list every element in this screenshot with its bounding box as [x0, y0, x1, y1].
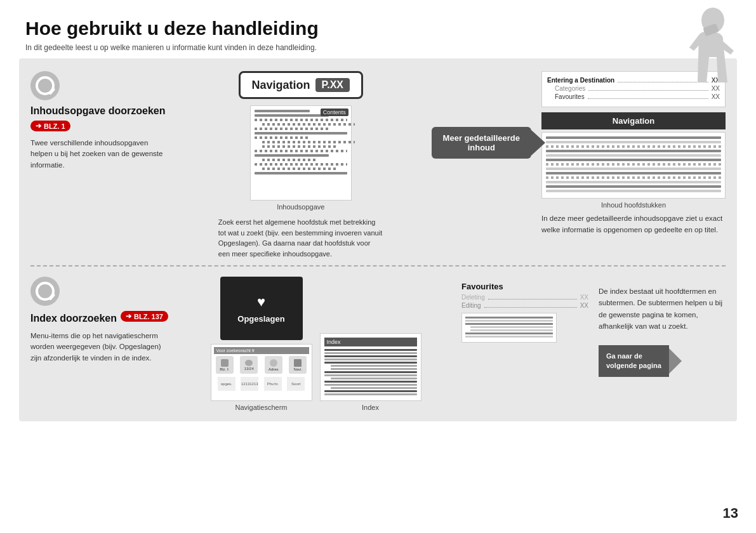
next-page-container[interactable]: Ga naar de volgende pagina	[599, 345, 726, 378]
arrow-container: Meer gedetailleerde inhoud	[432, 71, 531, 164]
section1-left: Inhoudsopgave doorzoeken BLZ. 1 Twee ver…	[30, 71, 170, 171]
section2-title-row: Index doorzoeken BLZ. 137	[30, 311, 170, 328]
bottom-images-row: ♥ Opgeslagen Voor zoekeoracht fr Blz. f.	[211, 277, 421, 411]
nav-icon-8: Soort	[287, 377, 305, 391]
nav-icon-2: 13/24	[240, 356, 258, 374]
toc-line	[262, 141, 355, 143]
chapter-content	[541, 132, 726, 199]
toc-line	[255, 172, 347, 174]
section2-title: Index doorzoeken	[30, 313, 117, 324]
index-preview	[461, 313, 557, 343]
section-1: Inhoudsopgave doorzoeken BLZ. 1 Twee ver…	[30, 71, 726, 265]
toc-line	[255, 150, 347, 152]
index-box-header: Index	[324, 338, 417, 346]
chapter-label: Inhoud hoofdstukken	[541, 201, 726, 209]
page-subtitle: In dit gedeelte leest u op welke maniere…	[25, 43, 731, 52]
fav-entry-editing: Editing XX	[461, 302, 588, 309]
section1-right: Entering a Destination XX Categories XX …	[541, 71, 726, 236]
fav-entry-deleting: Deleting XX	[461, 294, 588, 301]
toc-image: Contents	[250, 105, 352, 201]
nav-icons-row2: opges. 12131213 Phv.hr. Soort	[214, 376, 309, 392]
toc-line	[262, 123, 355, 126]
search-icon-1	[30, 71, 60, 100]
toc-line	[255, 163, 347, 166]
svg-rect-5	[294, 359, 302, 367]
page-number: 13	[723, 505, 738, 522]
index-group: Index	[320, 333, 421, 411]
silhouette-decoration	[667, 6, 737, 89]
toc-entry-favourites: Favourites XX	[547, 93, 720, 100]
nav-icon-6: 12131213	[241, 377, 258, 391]
index-label: Index	[362, 404, 379, 411]
nav-screen-top: Voor zoekeoracht fr	[214, 347, 309, 354]
svg-point-3	[245, 360, 253, 366]
toc-line	[255, 132, 347, 135]
nav-screen: Voor zoekeoracht fr Blz. f. 13/24	[211, 344, 312, 401]
next-arrow-icon	[669, 348, 682, 374]
next-page-button[interactable]: Ga naar de volgende pagina	[599, 345, 669, 378]
toc-line	[255, 110, 310, 112]
toc-line	[262, 159, 318, 161]
toc-line	[262, 168, 336, 170]
section2-blz: BLZ. 137	[121, 311, 168, 322]
favourites-panel: Favourites Deleting XX Editing XX	[461, 277, 588, 343]
section1-blz: BLZ. 1	[30, 121, 70, 131]
section1-right-desc: In deze meer gedetailleerde inhoudsopgav…	[541, 213, 726, 236]
favourites-header: Favourites	[461, 282, 588, 291]
section1-desc: Twee verschillende inhoudsopgaven helpen…	[30, 138, 170, 171]
index-box: Index	[320, 333, 421, 401]
svg-rect-2	[221, 359, 229, 367]
page-header: Hoe gebruikt u deze handleiding In dit g…	[0, 0, 756, 58]
page-title: Hoe gebruikt u deze handleiding	[25, 18, 731, 39]
opgeslagen-label: Opgeslagen	[237, 314, 284, 324]
toc-line	[255, 128, 329, 130]
nav-box-label: Navigation	[252, 79, 310, 92]
section2-desc: Menu-items die op het navigatiescherm wo…	[30, 331, 170, 364]
nav-box: Navigation P.XX	[239, 71, 363, 99]
opgeslagen-group: ♥ Opgeslagen Voor zoekeoracht fr Blz. f.	[211, 277, 312, 411]
main-content: Inhoudsopgave doorzoeken BLZ. 1 Twee ver…	[19, 58, 737, 421]
section2-middle: ♥ Opgeslagen Voor zoekeoracht fr Blz. f.	[180, 277, 451, 411]
section2-right: De index bestaat uit hoofdtermen en subt…	[599, 277, 726, 377]
nav-screen-label: Navigatiescherm	[235, 404, 288, 411]
toc-line	[255, 114, 329, 117]
toc-lines	[255, 110, 347, 174]
toc-line	[255, 119, 347, 121]
nav-icon-3: Adres	[265, 356, 282, 374]
arrow-box: Meer gedetailleerde inhoud	[432, 127, 531, 159]
heart-icon: ♥	[257, 294, 265, 310]
section-2: Index doorzoeken BLZ. 137 Menu-items die…	[30, 265, 726, 421]
section1-middle: Navigation P.XX Contents	[180, 71, 421, 259]
nav-icon-1: Blz. f.	[216, 356, 234, 374]
nav-chapter-box: Navigation	[541, 112, 726, 129]
toc-image-label: Inhoudsopgave	[277, 203, 324, 211]
nav-icon-4: Navi.	[289, 356, 307, 374]
toc-line	[262, 145, 336, 148]
section2-left: Index doorzoeken BLZ. 137 Menu-items die…	[30, 277, 170, 364]
opgeslagen-box: ♥ Opgeslagen	[220, 277, 303, 340]
section1-middle-desc: Zoek eerst het algemene hoofdstuk met be…	[218, 217, 383, 259]
nav-icon-7: Phv.hr.	[264, 377, 282, 391]
section2-right-desc: De index bestaat uit hoofdtermen en subt…	[599, 286, 726, 332]
nav-screen-icons: Blz. f. 13/24 Adres	[214, 356, 309, 374]
contents-label: Contents	[321, 109, 348, 116]
section1-title: Inhoudsopgave doorzoeken	[30, 105, 170, 117]
toc-line	[255, 136, 310, 139]
search-icon-2	[30, 277, 60, 306]
svg-point-4	[270, 359, 277, 367]
nav-icon-5: opges.	[218, 377, 235, 391]
toc-line	[255, 154, 329, 157]
nav-box-pxx: P.XX	[315, 78, 350, 92]
